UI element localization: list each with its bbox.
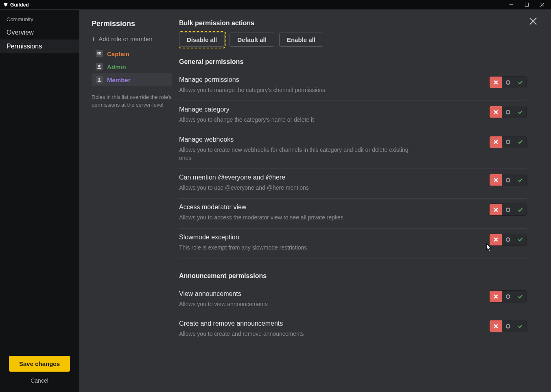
- permission-deny-button[interactable]: [490, 291, 502, 302]
- permission-neutral-button[interactable]: [502, 320, 514, 332]
- permissions-panel: Permissions + Add role or member Captain…: [79, 10, 551, 392]
- permission-allow-button[interactable]: [514, 291, 526, 302]
- permission-row: Access moderator viewAllows you to acces…: [179, 199, 527, 228]
- user-icon: [96, 76, 103, 83]
- permission-title: Manage permissions: [179, 76, 325, 83]
- permission-description: Allows you to use @everyone and @here me…: [179, 184, 309, 192]
- window-maximize-button[interactable]: [519, 0, 534, 9]
- permission-toggle: [489, 234, 527, 246]
- role-item-captain[interactable]: Captain: [92, 47, 172, 60]
- panel-title: Permissions: [92, 20, 172, 28]
- bulk-heading: Bulk permission actions: [179, 20, 527, 27]
- permission-description: Allows you to change the category's name…: [179, 116, 314, 124]
- close-panel-button[interactable]: [527, 15, 539, 27]
- role-name: Captain: [107, 50, 129, 57]
- permission-toggle: [489, 320, 527, 332]
- add-role-label: Add role or member: [98, 35, 153, 42]
- permission-row: View announcementsAllows you to view ann…: [179, 285, 527, 315]
- permissions-group-heading: General permissions: [179, 58, 527, 66]
- app-name: Guilded: [10, 2, 29, 8]
- window-minimize-button[interactable]: [504, 0, 518, 9]
- permission-allow-button[interactable]: [514, 136, 526, 148]
- permission-neutral-button[interactable]: [502, 136, 514, 148]
- permission-title: Can mention @everyone and @here: [179, 174, 309, 181]
- svg-rect-8: [100, 53, 101, 54]
- plus-icon: +: [92, 36, 95, 42]
- add-role-button[interactable]: + Add role or member: [92, 35, 172, 42]
- permission-allow-button[interactable]: [514, 204, 526, 215]
- permission-neutral-button[interactable]: [502, 291, 514, 302]
- permission-row: Manage categoryAllows you to change the …: [179, 101, 527, 131]
- permission-neutral-button[interactable]: [502, 174, 514, 186]
- permission-neutral-button[interactable]: [502, 204, 514, 215]
- bulk-default-all-button[interactable]: Default all: [230, 33, 274, 47]
- window-close-button[interactable]: [535, 0, 549, 9]
- role-item-admin[interactable]: Admin: [92, 60, 172, 73]
- permission-row: Slowmode exceptionThis role is exempt fr…: [179, 229, 527, 258]
- window-titlebar: Guilded: [0, 0, 551, 10]
- permission-deny-button[interactable]: [490, 234, 502, 245]
- permission-deny-button[interactable]: [490, 136, 502, 148]
- role-name: Admin: [107, 64, 126, 70]
- svg-point-10: [98, 78, 101, 80]
- permissions-group-heading: Announcement permissions: [179, 272, 527, 280]
- permission-allow-button[interactable]: [514, 234, 526, 245]
- permission-toggle: [489, 290, 527, 302]
- svg-point-16: [506, 110, 510, 114]
- permission-neutral-button[interactable]: [502, 77, 514, 88]
- permission-title: Slowmode exception: [179, 234, 307, 241]
- permission-allow-button[interactable]: [514, 320, 526, 332]
- permission-description: Allows you to create and remove announce…: [179, 330, 304, 338]
- permission-description: This role is exempt from any slowmode re…: [179, 243, 307, 252]
- permission-deny-button[interactable]: [490, 77, 502, 88]
- svg-point-13: [506, 81, 510, 84]
- permission-row: Can mention @everyone and @hereAllows yo…: [179, 169, 527, 199]
- permission-toggle: [489, 106, 527, 118]
- bulk-enable-all-button[interactable]: Enable all: [279, 33, 323, 47]
- bulk-disable-all-button[interactable]: Disable all: [179, 33, 225, 47]
- role-name: Member: [107, 77, 131, 83]
- permission-deny-button[interactable]: [490, 106, 502, 118]
- permission-description: Allows you to manage the category's chan…: [179, 86, 325, 94]
- permission-allow-button[interactable]: [514, 174, 526, 186]
- roles-note: Roles in this list override the role's p…: [92, 94, 172, 109]
- settings-sidebar: Community Overview Permissions Save chan…: [0, 10, 79, 392]
- role-avatar-icon: [96, 63, 103, 70]
- svg-point-19: [506, 140, 510, 144]
- permission-row: Create and remove announcementsAllows yo…: [179, 315, 527, 344]
- cancel-button[interactable]: Cancel: [9, 377, 70, 384]
- svg-point-28: [506, 238, 510, 241]
- permission-toggle: [489, 136, 527, 148]
- permission-deny-button[interactable]: [490, 320, 502, 332]
- save-changes-button[interactable]: Save changes: [9, 356, 70, 372]
- sidebar-item-overview[interactable]: Overview: [0, 26, 79, 39]
- svg-point-25: [506, 208, 510, 212]
- permission-toggle: [489, 204, 527, 216]
- permission-description: Allows you to create new webhooks for ch…: [179, 146, 415, 162]
- permission-description: Allows you to view announcements: [179, 300, 268, 308]
- permissions-column: Bulk permission actions Disable all Defa…: [179, 10, 551, 392]
- role-item-member[interactable]: Member: [92, 73, 172, 86]
- permission-allow-button[interactable]: [514, 106, 526, 118]
- permission-neutral-button[interactable]: [502, 234, 514, 245]
- permission-toggle: [489, 174, 527, 186]
- role-avatar-icon: [96, 50, 103, 57]
- permission-title: View announcements: [179, 290, 268, 298]
- permission-title: Create and remove announcements: [179, 320, 304, 327]
- svg-point-22: [506, 178, 510, 182]
- titlebar-brand: Guilded: [3, 2, 29, 8]
- permission-deny-button[interactable]: [490, 174, 502, 186]
- permission-title: Manage category: [179, 106, 314, 113]
- permission-row: Manage webhooksAllows you to create new …: [179, 131, 527, 169]
- svg-point-9: [98, 65, 101, 67]
- roles-column: Permissions + Add role or member Captain…: [79, 10, 179, 392]
- app-logo: Guilded: [3, 2, 29, 8]
- permission-allow-button[interactable]: [514, 77, 526, 88]
- sidebar-item-permissions[interactable]: Permissions: [0, 39, 79, 53]
- permission-row: Manage permissionsAllows you to manage t…: [179, 71, 527, 101]
- svg-point-31: [506, 295, 510, 298]
- permission-deny-button[interactable]: [490, 204, 502, 215]
- permission-description: Allows you to access the moderator view …: [179, 213, 343, 221]
- permission-neutral-button[interactable]: [502, 106, 514, 118]
- permission-title: Access moderator view: [179, 204, 343, 211]
